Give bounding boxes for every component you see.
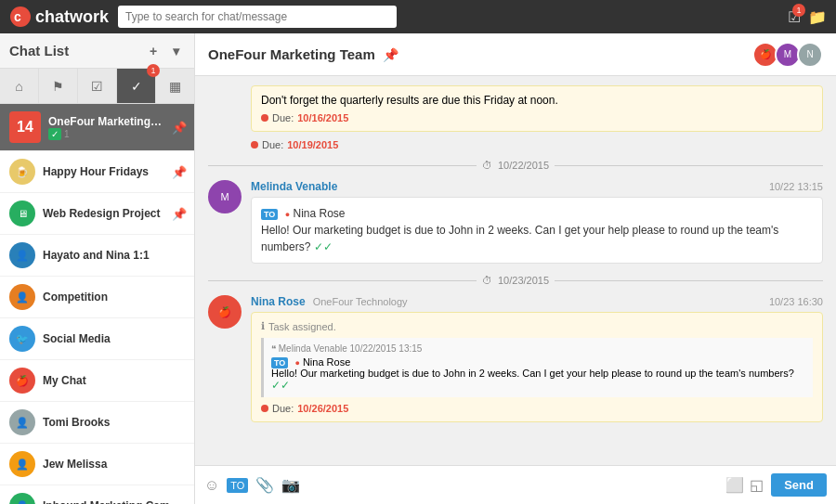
chat-sub-onefour: ✓ 1: [48, 128, 164, 140]
due-line-2: Due: 10/19/2015: [251, 139, 823, 150]
add-chat-button[interactable]: +: [144, 42, 163, 60]
chat-item-content-onefour: OneFour Marketing Team ✓ 1: [48, 115, 164, 140]
send-button[interactable]: Send: [771, 473, 827, 497]
message-body-nina: Nina Rose OneFour Technology 10/23 16:30…: [251, 295, 823, 428]
divider-date-1: 10/22/2015: [498, 160, 549, 171]
chat-avatar-onefour: 14: [9, 111, 41, 143]
chat-item-webdesign[interactable]: 🖥 Web Redesign Project 📌: [0, 193, 194, 235]
chat-toolbar: ☺ TO 📎 📷 ⬜ ◱ Send: [195, 465, 836, 504]
chat-name-tomi: Tomi Brooks: [43, 416, 187, 429]
task-check-icon: ✓: [48, 128, 61, 140]
chat-name-inbound: Inbound Marketing Campaigns: [43, 499, 187, 504]
svg-text:c: c: [14, 9, 21, 24]
video-icon[interactable]: 📷: [281, 476, 300, 494]
chat-name-jew: Jew Melissa: [43, 458, 187, 471]
emoji-icon[interactable]: ☺: [204, 477, 219, 494]
tab-grid[interactable]: ▦: [156, 69, 194, 103]
quote-checkmark: ✓✓: [271, 379, 290, 392]
search-input[interactable]: [125, 10, 389, 23]
checkmark-melinda: ✓✓: [314, 240, 333, 253]
pin-icon-header: 📌: [383, 47, 398, 62]
sidebar-header: Chat List + ▾: [0, 33, 194, 69]
chat-item-content-webdesign: Web Redesign Project: [43, 207, 164, 220]
chat-item-jew[interactable]: 👤 Jew Melissa: [0, 444, 194, 485]
chat-avatar-happyhour: 🍺: [9, 159, 35, 185]
logo: c chatwork: [9, 6, 109, 28]
sidebar: Chat List + ▾ ⌂ ⚑ ☑ ✓ 1 ▦ 14 OneFour Mar…: [0, 33, 195, 504]
bubble-melinda: TO ● Nina Rose Hello! Our marketing budg…: [251, 197, 823, 264]
attachment-icon[interactable]: 📎: [255, 476, 274, 494]
chat-avatar-webdesign: 🖥: [9, 200, 35, 226]
expand-icon[interactable]: ⬜: [725, 476, 744, 494]
chat-header-avatars: 🍎 M N: [756, 42, 823, 68]
top-bar: c chatwork ☑ 1 📁: [0, 0, 836, 33]
tab-flag[interactable]: ⚑: [39, 69, 78, 103]
to-name-melinda: Nina Rose: [293, 207, 345, 220]
chat-name-hayato: Hayato and Nina 1:1: [43, 249, 187, 262]
task-text-1: Don't forget the quarterly results are d…: [261, 94, 813, 107]
chat-avatar-tomi: 👤: [9, 409, 35, 435]
folder-icon[interactable]: 📁: [808, 8, 827, 26]
chat-avatar-jew: 👤: [9, 451, 35, 477]
chat-title: OneFour Marketing Team: [208, 46, 375, 62]
due-date-1: 10/16/2015: [297, 112, 348, 123]
task-info-nina: ℹ Task assigned.: [261, 320, 813, 332]
sidebar-list: 14 OneFour Marketing Team ✓ 1 📌 🍺 Happy …: [0, 104, 194, 504]
quote-content-nina: TO ● Nina Rose Hello! Our marketing budg…: [271, 356, 805, 392]
tab-check[interactable]: ✓ 1: [117, 69, 156, 103]
search-bar[interactable]: [118, 6, 397, 28]
chat-name-onefour: OneFour Marketing Team: [48, 115, 164, 128]
chat-item-competition[interactable]: 👤 Competition: [0, 277, 194, 318]
pin-icon-onefour: 📌: [172, 121, 187, 135]
to-dot-melinda: ●: [285, 210, 290, 219]
chat-item-content-social: Social Media: [43, 332, 187, 345]
chat-item-content-inbound: Inbound Marketing Campaigns: [43, 499, 187, 504]
avatar-nina: 🍎: [208, 295, 242, 329]
main-content: OneFour Marketing Team 📌 🍎 M N Don't for…: [195, 33, 836, 504]
time-melinda: 10/22 13:15: [769, 181, 823, 192]
company-nina: OneFour Technology: [313, 296, 408, 307]
chat-list-label: Chat List: [9, 43, 69, 58]
task-bubble-1: Don't forget the quarterly results are d…: [251, 85, 823, 132]
top-bar-right: ☑ 1 📁: [788, 8, 827, 26]
to-badge-melinda: TO: [261, 209, 278, 220]
pin-icon-webdesign: 📌: [172, 207, 187, 221]
sender-melinda: Melinda Venable: [251, 180, 337, 193]
chat-header: OneFour Marketing Team 📌 🍎 M N: [195, 33, 836, 76]
message-header-melinda: Melinda Venable 10/22 13:15: [251, 180, 823, 193]
chat-item-social[interactable]: 🐦 Social Media: [0, 318, 194, 360]
chat-item-happyhour[interactable]: 🍺 Happy Hour Fridays 📌: [0, 151, 194, 193]
message-group-melinda: M Melinda Venable 10/22 13:15 TO ● Nina …: [208, 180, 823, 264]
due-line-nina: Due: 10/26/2015: [261, 403, 813, 414]
avatar-melinda: M: [208, 180, 242, 213]
messages-area[interactable]: Don't forget the quarterly results are d…: [195, 76, 836, 465]
chat-item-hayato[interactable]: 👤 Hayato and Nina 1:1: [0, 235, 194, 277]
chat-item-content-competition: Competition: [43, 291, 187, 304]
more-options-button[interactable]: ▾: [166, 42, 185, 60]
chat-item-onefour[interactable]: 14 OneFour Marketing Team ✓ 1 📌: [0, 104, 194, 151]
message-body-melinda: Melinda Venable 10/22 13:15 TO ● Nina Ro…: [251, 180, 823, 264]
quote-text: Hello! Our marketing budget is due to Jo…: [271, 368, 794, 379]
main-layout: Chat List + ▾ ⌂ ⚑ ☑ ✓ 1 ▦ 14 OneFour Mar…: [0, 33, 836, 504]
app-name: chatwork: [35, 7, 109, 27]
tasks-icon[interactable]: ☑ 1: [788, 8, 801, 26]
tab-home[interactable]: ⌂: [0, 69, 39, 103]
chat-item-inbound[interactable]: 👤 Inbound Marketing Campaigns: [0, 485, 194, 504]
chat-name-social: Social Media: [43, 332, 187, 345]
quote-icon: ❝: [271, 343, 276, 354]
chat-item-mychat[interactable]: 🍎 My Chat: [0, 360, 194, 402]
sidebar-tabs: ⌂ ⚑ ☑ ✓ 1 ▦: [0, 69, 194, 104]
solo-due-task: Due: 10/19/2015: [251, 139, 823, 150]
red-dot-1: [261, 114, 268, 122]
message-group-nina: 🍎 Nina Rose OneFour Technology 10/23 16:…: [208, 295, 823, 428]
due-date-2: 10/19/2015: [287, 139, 338, 150]
red-dot-nina: [261, 405, 268, 412]
tab-tasks[interactable]: ☑: [78, 69, 117, 103]
chat-item-tomi[interactable]: 👤 Tomi Brooks: [0, 402, 194, 444]
collapse-icon[interactable]: ◱: [750, 476, 764, 494]
chat-name-competition: Competition: [43, 291, 187, 304]
to-icon[interactable]: TO: [227, 478, 248, 493]
quote-bubble-nina: ❝ Melinda Venable 10/22/2015 13:15 TO ● …: [261, 338, 813, 397]
chat-item-content-tomi: Tomi Brooks: [43, 416, 187, 429]
header-avatar-3: N: [797, 42, 823, 68]
